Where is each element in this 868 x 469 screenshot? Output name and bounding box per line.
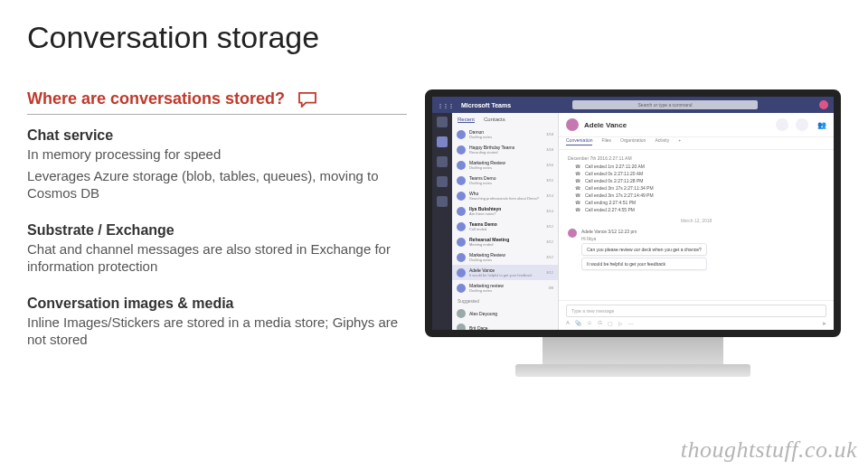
emoji-icon[interactable]: ☺	[587, 320, 592, 326]
message-bubble-1: Can you please review our deck when you …	[581, 243, 707, 256]
suggested-contact[interactable]: Alex Deyoung	[452, 306, 558, 321]
call-log-row: Call ended 2:27:4:55 PM	[575, 207, 825, 212]
avatar[interactable]	[819, 100, 828, 109]
rail-meetings[interactable]	[437, 176, 448, 187]
sticker-icon[interactable]: ▢	[608, 320, 613, 326]
chat-list-item[interactable]: Marketing ReviewDrafting notes3/16	[452, 157, 558, 173]
tab-activity[interactable]: Activity	[655, 137, 669, 145]
suggested-contact[interactable]: Brit Dace	[452, 321, 558, 330]
rail-teams[interactable]	[437, 156, 448, 167]
chat-list-item[interactable]: Ilya BukshteynAre there notes?3/14	[452, 203, 558, 219]
timeline-date: December 7th 2016 2:27:11 AM	[568, 155, 825, 161]
monitor-mockup: ⋮⋮⋮ Microsoft Teams Search or type a com…	[425, 89, 841, 377]
chat-main: Adele Vance 👥 Conversation Files Org	[559, 113, 834, 330]
chat-list-item[interactable]: Adele VanceIt would be helpful to get yo…	[452, 265, 558, 280]
add-people-icon[interactable]: 👥	[817, 121, 826, 129]
section-1-body-a: In memory processing for speed	[27, 145, 407, 164]
app-rail	[432, 113, 452, 330]
gif-icon[interactable]: G	[598, 320, 602, 326]
chat-list-item[interactable]: Rehearsal MeetingMeeting ended3/12	[452, 234, 558, 249]
tab-conversation[interactable]: Conversation	[566, 137, 592, 145]
call-log-row: Call ended 3m 17s 2:27:14:49 PM	[575, 192, 825, 198]
meet-icon[interactable]: ▷	[618, 320, 623, 326]
section-3-head: Conversation images & media	[27, 295, 407, 312]
message-meta: Adele Vance 3/12 12:23 pm	[581, 229, 707, 234]
send-icon[interactable]: ➤	[822, 320, 826, 326]
rail-files[interactable]	[437, 196, 448, 207]
compose-input[interactable]: Type a new message	[566, 305, 826, 317]
chat-list-item[interactable]: Marketing ReviewDrafting notes3/12	[452, 249, 558, 265]
tab-organization[interactable]: Organization	[620, 137, 646, 145]
call-log-row: Call ended 0s 2:27:11:20 AM	[575, 171, 825, 176]
chat-list-item[interactable]: Marketing reviewDrafting notes3/8	[452, 280, 558, 295]
list-tab-recent[interactable]: Recent	[458, 117, 475, 123]
chat-list-item[interactable]: WhoSearching professionals from about De…	[452, 188, 558, 203]
section-2-head: Substrate / Exchange	[27, 222, 407, 239]
center-date: March 12, 2018	[568, 218, 825, 223]
tab-add[interactable]: +	[678, 137, 681, 145]
chat-list-item[interactable]: DamonDrafting notes3/18	[452, 127, 558, 142]
section-1-head: Chat service	[27, 127, 407, 144]
text-column: Where are conversations stored? Chat ser…	[27, 89, 407, 377]
rail-activity[interactable]	[437, 117, 448, 127]
chat-bubble-icon	[297, 91, 317, 108]
slide-title: Conversation storage	[27, 20, 841, 55]
message-avatar	[568, 229, 577, 238]
chat-list-item[interactable]: Happy Birthday TeamsRecording started3/1…	[452, 142, 558, 157]
list-tab-contacts[interactable]: Contacts	[484, 117, 505, 123]
section-3-body: Inline Images/Stickers are stored in a m…	[27, 314, 407, 349]
tab-files[interactable]: Files	[601, 137, 611, 145]
message-greeting: Hi Ilkya	[581, 236, 707, 241]
section-2-body: Chat and channel messages are also store…	[27, 240, 407, 276]
app-brand: Microsoft Teams	[461, 102, 511, 108]
more-icon[interactable]: ⋯	[628, 320, 634, 326]
suggested-label: Suggested	[452, 295, 558, 306]
teams-app: ⋮⋮⋮ Microsoft Teams Search or type a com…	[432, 97, 834, 330]
call-log-row: Call ending 2:27:4:51 PM	[575, 200, 825, 205]
attach-icon[interactable]: 📎	[575, 320, 581, 326]
chat-list-item[interactable]: Teams DemoCall ended3/12	[452, 219, 558, 234]
message-bubble-2: It would be helpful to get your feedback	[581, 258, 707, 270]
section-question: Where are conversations stored?	[27, 89, 285, 108]
audio-call-button[interactable]	[796, 118, 808, 131]
person-avatar	[566, 118, 579, 131]
search-input[interactable]: Search or type a command	[572, 100, 758, 109]
watermark: thoughtstuff.co.uk	[681, 436, 857, 464]
section-1-body-b: Leverages Azure storage (blob, tables, q…	[27, 167, 407, 202]
person-name: Adele Vance	[584, 121, 627, 129]
format-icon[interactable]: A	[566, 320, 570, 326]
call-log-row: Call ended 1m 2:27:11:20 AM	[575, 164, 825, 169]
call-log-row: Call ended 3m 17s 2:27:11:34 PM	[575, 185, 825, 191]
call-log-row: Call ended 0s 2:27:11:28 PM	[575, 178, 825, 183]
rail-chat[interactable]	[437, 136, 448, 147]
waffle-icon: ⋮⋮⋮	[438, 102, 454, 108]
video-call-button[interactable]	[776, 118, 788, 131]
chat-list-item[interactable]: Teams DemoDrafting notes3/15	[452, 173, 558, 188]
chat-list: Recent Contacts DamonDrafting notes3/18H…	[452, 113, 559, 330]
